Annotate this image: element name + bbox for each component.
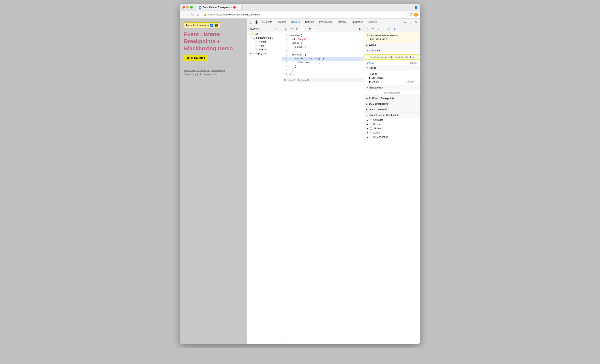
- watch-header[interactable]: ▶ Watch: [364, 42, 420, 48]
- spacer: [253, 41, 254, 43]
- blackboxing-link[interactable]: Blackboxing in the Network panel: [184, 73, 243, 76]
- watch-section: ▶ Watch: [364, 42, 420, 48]
- xhr-breakpoints-header[interactable]: ▶ XHR/fetch Breakpoints: [364, 96, 420, 101]
- editor-tab-appjs[interactable]: app.js ✕: [301, 27, 316, 31]
- reload-button[interactable]: ↻: [190, 12, 195, 17]
- browser-tab[interactable]: G Event Listener Breakpoints + 🛑 ✕: [196, 5, 242, 9]
- new-tab-button[interactable]: +: [242, 5, 246, 9]
- address-input[interactable]: 🔒 Secure https://framework-blackboxing.g…: [201, 12, 408, 17]
- tree-item-top[interactable]: ▼ 📁 top: [247, 32, 282, 36]
- tree-menu-button[interactable]: ⋮: [278, 27, 280, 30]
- stack-item-onclick[interactable]: onClick app.js:7: [364, 61, 420, 65]
- code-text: new Vue({: [290, 34, 302, 37]
- tree-item-index[interactable]: 📄 (index): [247, 40, 282, 44]
- tree-item-appjs[interactable]: 📄 app.js: [247, 44, 282, 47]
- sources-panel: Network » ⋮ ▼ 📁 top: [247, 26, 420, 344]
- step-into-button[interactable]: ↓: [376, 27, 381, 31]
- this-scope-item[interactable]: ▶ this: Vue$3: [367, 76, 417, 80]
- address-text: https://framework-blackboxing.glitch.me: [216, 13, 260, 16]
- tab-memory[interactable]: Memory: [335, 19, 349, 25]
- tab-sources[interactable]: Sources: [289, 19, 302, 25]
- call-stack-section: ▼ Call Stack 3 stack frames are hidden (…: [364, 48, 420, 65]
- scope-header[interactable]: ▼ Scope: [364, 65, 420, 71]
- devtools-body: Network » ⋮ ▼ 📁 top: [247, 26, 420, 344]
- dom-mutation-checkbox[interactable]: [370, 136, 372, 138]
- breakpoints-header[interactable]: ▼ Breakpoints: [364, 85, 420, 91]
- editor-tabs: ◀ vue.js app.js ✕ ▶: [282, 26, 364, 32]
- paused-on-event-section: ℹ Paused on event listener BUTTON.click: [364, 32, 420, 42]
- editor-back-button[interactable]: ◀: [283, 27, 287, 31]
- tab-security[interactable]: Security: [366, 19, 379, 25]
- line-number: 5: [282, 49, 290, 53]
- tab-elements[interactable]: Elements: [260, 19, 275, 25]
- devtools-close-button[interactable]: ✕: [414, 19, 419, 25]
- maximize-button[interactable]: [190, 6, 193, 9]
- animation-checkbox[interactable]: [370, 119, 372, 121]
- call-stack-header[interactable]: ▼ Call Stack: [364, 48, 420, 53]
- bp-item-canvas[interactable]: ▶ Canvas: [364, 122, 420, 126]
- tab-console[interactable]: Console: [275, 19, 289, 25]
- this-key: this:: [372, 76, 376, 79]
- devtools-inspect-icon[interactable]: ⬚: [248, 19, 253, 25]
- event-listener-bp-header[interactable]: ▼ Event Listener Breakpoints: [364, 112, 420, 118]
- code-content: 1 new Vue({ 2 el: '#app', 3: [282, 32, 364, 78]
- tree-item-unpkg[interactable]: ▶ ☁ unpkg.com: [247, 51, 282, 55]
- step-button[interactable]: ↷: [215, 24, 218, 27]
- control-checkbox[interactable]: [370, 132, 372, 134]
- canvas-checkbox[interactable]: [370, 123, 372, 125]
- tree-arrow: ▼: [250, 37, 252, 39]
- bp-item-control[interactable]: ▶ Control: [364, 131, 420, 135]
- code-line-3: 3 data: {: [282, 41, 364, 45]
- editor-tab-vuejs[interactable]: vue.js: [288, 27, 300, 31]
- network-tree-tab[interactable]: Network: [249, 27, 260, 31]
- expand-arrow-icon: ▶: [366, 103, 368, 105]
- tab-close-icon[interactable]: ✕: [237, 6, 239, 9]
- bookmark-icon[interactable]: ☆: [403, 13, 405, 16]
- webpage-preview: Paused in debugger ▶ ↷ Event Listener Br…: [180, 18, 247, 344]
- expand-arrow-icon: ▼: [366, 67, 368, 69]
- minimize-button[interactable]: [186, 6, 189, 9]
- expand-arrow-icon: ▶: [367, 136, 368, 138]
- pause-on-exceptions-button[interactable]: ⏸: [393, 27, 397, 31]
- file-css-icon: 📄: [255, 48, 258, 51]
- run-snippet-button[interactable]: ▶: [358, 27, 362, 31]
- close-button[interactable]: [182, 6, 185, 9]
- devtools-menu-button[interactable]: ⋮: [408, 19, 413, 25]
- clipboard-checkbox[interactable]: [370, 127, 372, 130]
- devtools-device-icon[interactable]: 📱: [253, 19, 260, 25]
- tree-item-framework[interactable]: ▼ ☁ framework-bla...: [247, 36, 282, 40]
- editor-tab-close-icon[interactable]: ✕: [313, 27, 314, 30]
- resume-button[interactable]: ▶: [210, 24, 213, 27]
- user-avatar: !: [414, 13, 418, 17]
- tab-application[interactable]: Application: [349, 19, 366, 25]
- dom-breakpoints-header[interactable]: ▶ DOM Breakpoints: [364, 101, 420, 107]
- line-number: 2: [282, 37, 290, 41]
- step-over-button[interactable]: ↷: [371, 27, 375, 31]
- show-frames-link[interactable]: Show: [409, 56, 414, 58]
- file-tree-toolbar: Network » ⋮: [247, 26, 282, 32]
- bp-item-animation[interactable]: ▶ Animation: [364, 118, 420, 122]
- devtools-link[interactable]: What's New In DevTools (Chrome 66) >: [184, 69, 243, 73]
- code-text: el: '#app',: [290, 37, 308, 41]
- code-text: });: [290, 72, 294, 76]
- global-arrow: ▶: [369, 80, 371, 83]
- bp-item-dom-mutation[interactable]: ▶ DOM Mutation: [364, 135, 420, 139]
- tree-more-button[interactable]: »: [275, 27, 276, 30]
- global-listeners-header[interactable]: ▶ Global Listeners: [364, 107, 420, 112]
- tree-item-stylecss[interactable]: 📄 style.css: [247, 47, 282, 51]
- info-icon: ℹ: [367, 34, 368, 37]
- click-counter[interactable]: Click Count: 4: [184, 55, 208, 61]
- back-button[interactable]: ‹: [182, 12, 185, 17]
- step-out-button[interactable]: ↑: [382, 27, 386, 31]
- deactivate-breakpoints-button[interactable]: ⊘: [387, 27, 391, 31]
- more-tabs-button[interactable]: »: [403, 20, 407, 25]
- tab-performance[interactable]: Performance: [316, 19, 335, 25]
- paused-detail: BUTTON.click: [367, 37, 417, 40]
- home-button[interactable]: ⌂: [196, 12, 199, 17]
- resume-execution-button[interactable]: ▶⃝: [366, 27, 370, 31]
- bp-item-clipboard[interactable]: ▶ Clipboard: [364, 126, 420, 131]
- forward-button[interactable]: ›: [186, 12, 189, 17]
- tree-label: top: [255, 33, 258, 35]
- tab-network[interactable]: Network: [302, 19, 316, 25]
- global-scope-item[interactable]: ▶ Global Window: [367, 80, 417, 84]
